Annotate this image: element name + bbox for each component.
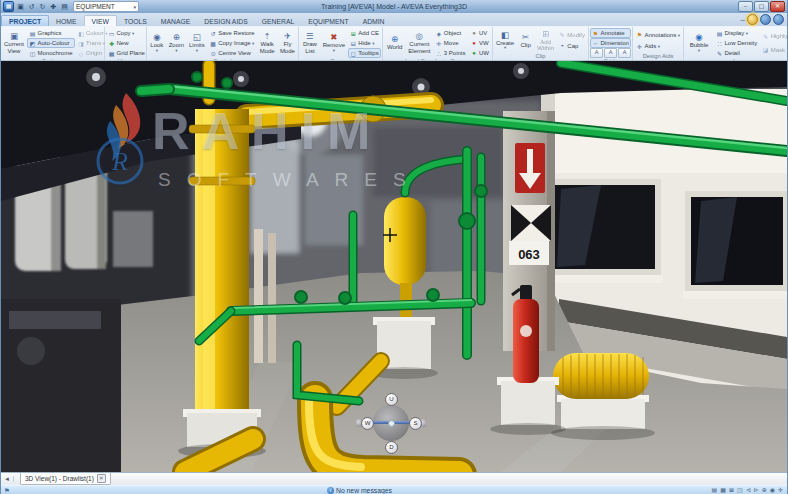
status-table-icon[interactable]: ▤ xyxy=(712,486,718,494)
bubble-icon: ◉ xyxy=(695,33,702,42)
monochrome-button[interactable]: ◫Monochrome xyxy=(27,48,75,58)
help-button[interactable] xyxy=(773,14,784,25)
walk-mode-button[interactable]: ⇡WalkMode xyxy=(258,28,277,58)
room-number-sign-text: 063 xyxy=(518,247,540,262)
app-icon[interactable]: ▦ xyxy=(3,1,14,12)
navigation-compass[interactable]: U D W S xyxy=(361,393,421,453)
auto-colour-button[interactable]: ◩Auto-Colour xyxy=(27,38,75,48)
options-button[interactable]: ▤ xyxy=(60,2,69,11)
status-target-icon[interactable]: ⊕ xyxy=(762,486,767,494)
status-next-icon[interactable]: ⊳ xyxy=(754,486,759,494)
status-prev-icon[interactable]: ⊲ xyxy=(746,486,751,494)
compass-south-button[interactable]: S xyxy=(409,417,422,430)
current-view-button[interactable]: ▣ Current View xyxy=(2,28,26,58)
tooltips-button[interactable]: ◻Tooltips xyxy=(348,48,381,58)
laser-display-button[interactable]: ▤Display xyxy=(714,28,759,38)
minimize-button[interactable]: – xyxy=(738,1,753,12)
save-restore-button[interactable]: ↺Save Restore xyxy=(208,28,257,38)
view-tab-3d-view-1[interactable]: 3D View(1) - Drawlist(1) ✕ xyxy=(20,473,111,485)
community-button[interactable] xyxy=(760,14,771,25)
annotations-button[interactable]: ⚑Annotations xyxy=(634,30,682,40)
aids-button[interactable]: ✛Aids xyxy=(634,41,682,51)
status-record-icon[interactable]: ◉ xyxy=(770,486,775,494)
window-left xyxy=(547,179,663,283)
world-icon: ⊕ xyxy=(391,35,398,44)
world-button[interactable]: ⊕World xyxy=(384,28,405,58)
tab-equipment[interactable]: EQUIPMENT xyxy=(301,16,355,26)
3d-viewport[interactable]: .gp-d{stroke:#07632a;fill:none;stroke-li… xyxy=(1,61,787,472)
copy-image-button[interactable]: ▩Copy Image xyxy=(208,38,257,48)
trans-button[interactable]: ◨Trans xyxy=(76,38,110,48)
copy-view-button[interactable]: ▭Copy xyxy=(106,28,147,38)
draw-list-button[interactable]: ☰DrawList xyxy=(300,28,320,58)
colour-button[interactable]: ◧Colour xyxy=(76,28,110,38)
detail-button[interactable]: ✎Detail xyxy=(714,48,759,58)
move-button[interactable]: ✛Move xyxy=(433,38,467,48)
grid-plane-button[interactable]: ▦Grid Plane xyxy=(106,48,147,58)
minimize-ribbon-icon[interactable]: – xyxy=(741,15,745,25)
new-view-button[interactable]: ✚New xyxy=(106,38,147,48)
zoom-button[interactable]: ⊕Zoom xyxy=(167,28,186,58)
mask-icon: ◪ xyxy=(762,46,769,53)
current-element-button[interactable]: ◎CurrentElement xyxy=(406,28,432,58)
tab-home[interactable]: HOME xyxy=(49,16,83,26)
hide-button[interactable]: ⊟Hide xyxy=(348,38,381,48)
clip-button[interactable]: ✂Clip xyxy=(517,28,534,53)
add-button[interactable]: ✚ xyxy=(49,2,58,11)
limits-button[interactable]: ◱Limits xyxy=(187,28,207,58)
group-grids: ⚑Annotate ↔Dimension A A A Grids xyxy=(589,27,633,60)
uw-button[interactable]: ●UW xyxy=(469,48,492,58)
clip-cap-button[interactable]: ◓Cap xyxy=(557,41,587,51)
tab-design-aids[interactable]: DESIGN AIDS xyxy=(197,16,254,26)
tab-general[interactable]: GENERAL xyxy=(255,16,301,26)
graphics-button[interactable]: ▤Graphics xyxy=(27,28,75,38)
undo-button[interactable]: ↺ xyxy=(27,2,36,11)
maximize-button[interactable]: ▢ xyxy=(754,1,769,12)
current-element-icon: ◎ xyxy=(416,32,423,41)
status-settings-icon[interactable]: ✛ xyxy=(778,486,783,494)
bubble-button[interactable]: ◉Bubble xyxy=(685,28,713,58)
status-snap-icon[interactable]: ◳ xyxy=(737,486,743,494)
vw-button[interactable]: ●VW xyxy=(469,38,492,48)
status-flag-icon[interactable]: ⚑ xyxy=(1,487,10,494)
compass-up-button[interactable]: U xyxy=(385,393,398,406)
grid-text-a-button[interactable]: A xyxy=(590,48,603,58)
add-ce-button[interactable]: ⊞Add CE xyxy=(348,28,381,38)
status-block-icon[interactable]: ⊠ xyxy=(729,486,734,494)
tab-project[interactable]: PROJECT xyxy=(1,15,49,26)
status-message-area[interactable]: i No new messages xyxy=(327,487,392,494)
fly-mode-button[interactable]: ✈FlyMode xyxy=(278,28,297,58)
mask-button[interactable]: ◪Mask xyxy=(760,45,788,55)
clip-create-button[interactable]: ◧Create xyxy=(494,28,516,53)
help-highlight-button[interactable] xyxy=(747,14,758,25)
save-restore-icon: ↺ xyxy=(210,30,217,37)
origin-button[interactable]: ◇Origin xyxy=(76,48,110,58)
centre-view-button[interactable]: ⊙Centre View xyxy=(208,48,257,58)
three-points-button[interactable]: ∴3 Points xyxy=(433,48,467,58)
grid-text-style-button[interactable]: A xyxy=(618,48,631,58)
look-button[interactable]: ◉Look xyxy=(148,28,166,58)
tab-manage[interactable]: MANAGE xyxy=(154,16,197,26)
compass-down-button[interactable]: D xyxy=(385,441,398,454)
tab-scroll-back-button[interactable]: ◄ xyxy=(1,476,14,482)
tab-view[interactable]: VIEW xyxy=(84,15,117,26)
tab-tools[interactable]: TOOLS xyxy=(117,16,154,26)
save-button[interactable]: ▣ xyxy=(16,2,25,11)
status-grid-icon[interactable]: ▦ xyxy=(720,486,726,494)
dimension-button[interactable]: ↔Dimension xyxy=(590,38,631,48)
add-within-button[interactable]: ⊞AddWithin xyxy=(535,28,556,53)
clip-modify-button[interactable]: ✎Modify xyxy=(557,30,587,40)
low-density-button[interactable]: ∷Low Density xyxy=(714,38,759,48)
redo-button[interactable]: ↻ xyxy=(38,2,47,11)
compass-west-button[interactable]: W xyxy=(361,417,374,430)
close-view-tab-icon[interactable]: ✕ xyxy=(97,474,106,483)
tab-admin[interactable]: ADMIN xyxy=(356,16,392,26)
highlight-button[interactable]: ✎Highlight xyxy=(760,31,788,41)
annotate-button[interactable]: ⚑Annotate xyxy=(590,28,631,38)
grid-text-size-button[interactable]: A xyxy=(604,48,617,58)
discipline-combo[interactable]: EQUIPMENT ▾ xyxy=(73,1,139,12)
remove-button[interactable]: ✖Remove xyxy=(321,28,347,58)
object-button[interactable]: ◈Object xyxy=(433,28,467,38)
uv-button[interactable]: ●UV xyxy=(469,28,492,38)
close-button[interactable]: ✕ xyxy=(770,1,785,12)
